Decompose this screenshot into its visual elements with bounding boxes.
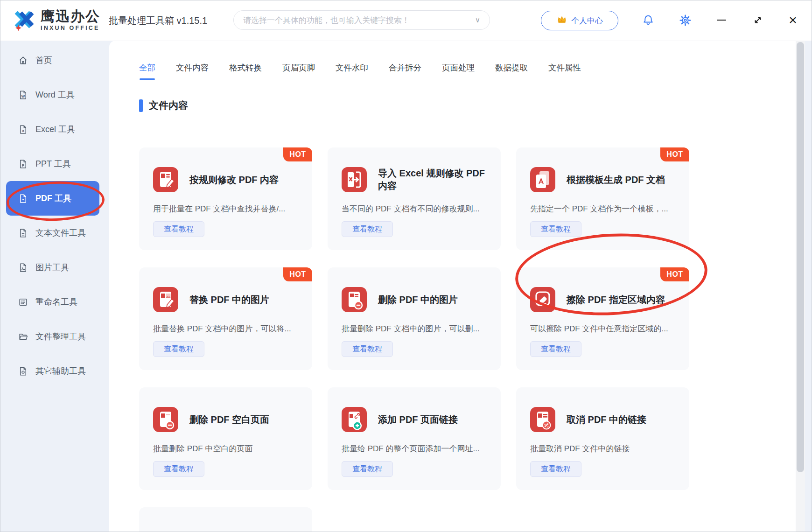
section-title: 文件内容 (149, 99, 188, 112)
tool-card[interactable]: HOT 根据模板生成 PDF 文档 先指定一个 PDF 文档作为一个模板，...… (516, 147, 689, 250)
svg-text:X: X (22, 128, 25, 133)
brand-name: 鹰迅办公 (41, 9, 100, 24)
app-logo: 鹰迅办公 INXUN OFFICE (12, 7, 100, 33)
pdf-doc-icon (18, 194, 28, 203)
tab-file-props[interactable]: 文件属性 (548, 62, 581, 80)
minimize-icon (717, 20, 726, 21)
minimize-button[interactable] (713, 12, 730, 28)
sidebar-item-pdf[interactable]: PDF 工具 (6, 181, 99, 216)
tool-card[interactable]: 删除 PDF 空白页面 批量删除 PDF 中空白的页面 查看教程 (139, 387, 312, 490)
sidebar-item-textfile[interactable]: 文本文件工具 (6, 216, 99, 250)
view-tutorial-button[interactable]: 查看教程 (153, 341, 204, 357)
logo-icon (12, 7, 36, 33)
text-file-icon (18, 228, 28, 238)
view-tutorial-button[interactable]: 查看教程 (153, 461, 204, 477)
sidebar-item-label: Excel 工具 (35, 124, 75, 135)
sidebar-nav: 首页 W Word 工具 X Excel 工具 P PPT 工具 PDF 工具 (0, 41, 104, 532)
view-tutorial-button[interactable]: 查看教程 (153, 221, 204, 237)
maximize-button[interactable] (749, 12, 766, 28)
tool-card-partial[interactable] (139, 507, 312, 532)
close-icon: × (789, 13, 797, 27)
personal-center-button[interactable]: 个人中心 (541, 11, 618, 30)
personal-center-label: 个人中心 (571, 15, 603, 26)
sidebar-item-label: 文件整理工具 (35, 331, 86, 342)
hot-badge: HOT (283, 267, 312, 281)
tab-header-footer[interactable]: 页眉页脚 (282, 62, 315, 80)
tab-file-content[interactable]: 文件内容 (176, 62, 209, 80)
tool-title: 取消 PDF 中的链接 (567, 413, 646, 426)
ppt-doc-icon: P (18, 159, 28, 169)
view-tutorial-button[interactable]: 查看教程 (342, 221, 393, 237)
sidebar-item-home[interactable]: 首页 (6, 43, 99, 77)
folder-icon (18, 332, 28, 342)
crown-icon (556, 14, 567, 27)
sidebar-item-label: 首页 (35, 55, 52, 66)
tool-desc: 批量删除 PDF 文档中的图片，可以删... (342, 323, 490, 334)
sidebar-item-label: Word 工具 (35, 89, 75, 100)
pdf-image-delete-icon (342, 287, 367, 312)
pdf-edit-icon (153, 167, 178, 192)
title-bar: 鹰迅办公 INXUN OFFICE 批量处理工具箱 v1.15.1 请选择一个具… (0, 0, 812, 41)
tool-desc: 批量给 PDF 的整个页面添加一个网址... (342, 443, 490, 454)
sidebar-item-label: PDF 工具 (35, 193, 71, 204)
vertical-scrollbar[interactable] (796, 41, 805, 532)
view-tutorial-button[interactable]: 查看教程 (342, 461, 393, 477)
tool-card[interactable]: 取消 PDF 中的链接 批量取消 PDF 文件中的链接 查看教程 (516, 387, 689, 490)
main-content-panel: 全部 文件内容 格式转换 页眉页脚 文件水印 合并拆分 页面处理 数据提取 文件… (109, 41, 796, 532)
view-tutorial-button[interactable]: 查看教程 (530, 221, 581, 237)
excel-doc-icon: X (18, 125, 28, 134)
sidebar-item-rename[interactable]: 重命名工具 (6, 285, 99, 319)
tool-title: 删除 PDF 中的图片 (378, 294, 458, 306)
tab-merge-split[interactable]: 合并拆分 (389, 62, 421, 80)
tool-desc: 可以擦除 PDF 文件中任意指定区域的... (530, 323, 679, 334)
tab-page-process[interactable]: 页面处理 (442, 62, 475, 80)
hot-badge: HOT (660, 147, 689, 161)
tool-title: 根据模板生成 PDF 文档 (567, 174, 665, 186)
sidebar-item-word[interactable]: W Word 工具 (6, 77, 99, 112)
sidebar-item-label: 图片工具 (35, 262, 69, 273)
tab-all[interactable]: 全部 (139, 62, 155, 80)
view-tutorial-button[interactable]: 查看教程 (342, 341, 393, 357)
sidebar-item-file-organize[interactable]: 文件整理工具 (6, 319, 99, 354)
tool-desc: 批量取消 PDF 文件中的链接 (530, 443, 679, 454)
tool-card-grid: HOT 按规则修改 PDF 内容 用于批量在 PDF 文档中查找并替换/... … (139, 147, 690, 532)
tab-data-extract[interactable]: 数据提取 (495, 62, 528, 80)
tool-title: 按规则修改 PDF 内容 (189, 174, 279, 186)
tool-title: 添加 PDF 页面链接 (378, 413, 458, 426)
tool-title: 导入 Excel 规则修改 PDF 内容 (378, 167, 490, 192)
view-tutorial-button[interactable]: 查看教程 (530, 461, 581, 477)
sidebar-item-label: PPT 工具 (35, 158, 71, 169)
close-button[interactable]: × (784, 12, 801, 28)
function-search-select[interactable]: 请选择一个具体的功能，也可输入关键字搜索！ ∨ (233, 10, 490, 30)
settings-gear-button[interactable] (677, 12, 693, 28)
hot-badge: HOT (660, 267, 689, 281)
tool-card-erase-pdf-region[interactable]: HOT 擦除 PDF 指定区域内容 可以擦除 PDF 文件中任意指定区域的...… (516, 267, 689, 370)
tool-card[interactable]: 添加 PDF 页面链接 批量给 PDF 的整个页面添加一个网址... 查看教程 (328, 387, 501, 490)
sidebar-item-ppt[interactable]: P PPT 工具 (6, 147, 99, 181)
tool-desc: 用于批量在 PDF 文档中查找并替换/... (153, 203, 302, 214)
brand-subtitle: INXUN OFFICE (41, 25, 100, 31)
tool-card[interactable]: HOT 按规则修改 PDF 内容 用于批量在 PDF 文档中查找并替换/... … (139, 147, 312, 250)
notification-bell-button[interactable] (640, 12, 657, 28)
tool-title: 替换 PDF 中的图片 (189, 294, 269, 306)
pdf-eraser-icon (530, 287, 555, 312)
pdf-link-add-icon (342, 407, 367, 432)
tool-card[interactable]: 导入 Excel 规则修改 PDF 内容 当不同的 PDF 文档有不同的修改规则… (328, 147, 501, 250)
tool-desc: 先指定一个 PDF 文档作为一个模板，... (530, 203, 679, 214)
category-tabs: 全部 文件内容 格式转换 页眉页脚 文件水印 合并拆分 页面处理 数据提取 文件… (139, 62, 581, 80)
tool-card[interactable]: HOT 替换 PDF 中的图片 批量替换 PDF 文档中的图片，可以将... 查… (139, 267, 312, 370)
sidebar-item-label: 重命名工具 (35, 296, 77, 308)
sidebar-item-misc-tools[interactable]: 其它辅助工具 (6, 354, 99, 388)
sidebar-item-image[interactable]: 图片工具 (6, 250, 99, 285)
section-header: 文件内容 (139, 99, 188, 112)
tab-format-convert[interactable]: 格式转换 (229, 62, 262, 80)
tab-watermark[interactable]: 文件水印 (336, 62, 368, 80)
search-placeholder: 请选择一个具体的功能，也可输入关键字搜索！ (243, 15, 470, 26)
sidebar-item-excel[interactable]: X Excel 工具 (6, 112, 99, 147)
tool-desc: 当不同的 PDF 文档有不同的修改规则... (342, 203, 490, 214)
tool-card[interactable]: 删除 PDF 中的图片 批量删除 PDF 文档中的图片，可以删... 查看教程 (328, 267, 501, 370)
gear-icon (679, 14, 692, 27)
tool-title: 擦除 PDF 指定区域内容 (567, 294, 665, 306)
scrollbar-thumb[interactable] (797, 42, 804, 472)
view-tutorial-button[interactable]: 查看教程 (530, 341, 581, 357)
